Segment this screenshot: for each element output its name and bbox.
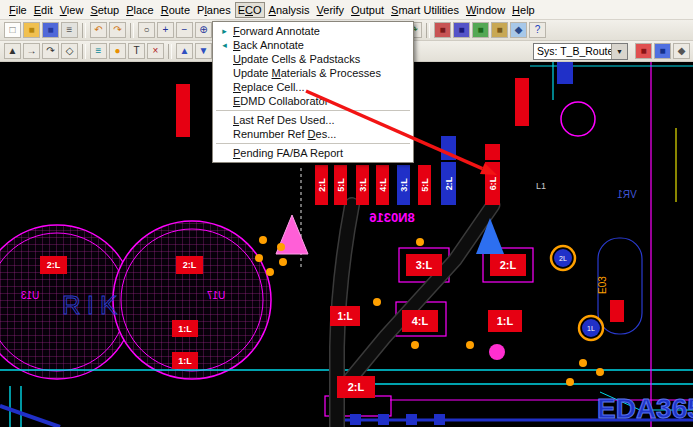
via-dot[interactable] [416, 238, 424, 246]
round-pad[interactable] [561, 102, 595, 136]
setup-params-icon[interactable]: ◆ [673, 43, 690, 59]
menu-item-label: Update Materials & Processes [233, 67, 408, 79]
pad-label: 5:L [420, 178, 430, 192]
toolbar-separator [82, 44, 86, 59]
help-icon[interactable]: ? [529, 22, 546, 38]
via-dot[interactable] [373, 298, 381, 306]
menu-route[interactable]: Route [158, 2, 193, 18]
thick-trace[interactable] [347, 205, 493, 383]
via-dot[interactable] [266, 268, 274, 276]
open-folder-icon[interactable]: ■ [23, 22, 40, 38]
rotate-icon[interactable]: ↷ [42, 43, 59, 59]
via-dot[interactable] [579, 359, 587, 367]
menu-smart-utilities[interactable]: Smart Utilities [388, 2, 462, 18]
pad-bar[interactable] [610, 300, 624, 322]
menu-item-label: Last Ref Des Used... [233, 114, 408, 126]
find-icon[interactable]: ○ [138, 22, 155, 38]
silkscreen-text: RIK [62, 290, 123, 320]
menu-item-label: Forward Annotate [233, 25, 408, 37]
silkscreen-text: E03 [597, 276, 608, 294]
menu-file[interactable]: File [6, 2, 30, 18]
delete-icon[interactable]: × [147, 43, 164, 59]
via-dot[interactable] [411, 341, 419, 349]
menu-verify[interactable]: Verify [314, 2, 348, 18]
via-dot[interactable] [259, 236, 267, 244]
menu-item-pending-fa-ba-report[interactable]: Pending FA/BA Report [214, 146, 412, 160]
via-dot[interactable] [277, 243, 285, 251]
silkscreen-text: 1L [587, 325, 595, 332]
zoom-fit-icon[interactable]: ⊕ [195, 22, 212, 38]
menu-window[interactable]: Window [463, 2, 508, 18]
add-via-icon[interactable]: ● [109, 43, 126, 59]
menu-output[interactable]: Output [348, 2, 387, 18]
pad-label: 1:L [178, 324, 192, 334]
menu-planes[interactable]: Planes [194, 2, 234, 18]
net-highlight-icon[interactable]: ■ [635, 43, 652, 59]
menu-item-last-ref-des-used[interactable]: Last Ref Des Used... [214, 113, 412, 127]
databook-icon[interactable]: ■ [434, 22, 451, 38]
menu-item-label: Renumber Ref Des... [233, 128, 408, 140]
via-dot[interactable] [566, 378, 574, 386]
add-trace-icon[interactable]: ≡ [90, 43, 107, 59]
redo-icon[interactable]: ↷ [109, 22, 126, 38]
menu-edit[interactable]: Edit [31, 2, 56, 18]
pad-bar[interactable] [350, 414, 361, 425]
menu-item-forward-annotate[interactable]: ▸Forward Annotate [214, 24, 412, 38]
print-icon[interactable]: ≡ [61, 22, 78, 38]
layer-scheme-combo[interactable]: Sys: T_B_Route ▼ [533, 43, 628, 60]
zoom-out-icon[interactable]: − [176, 22, 193, 38]
menu-item-update-materials-processes[interactable]: Update Materials & Processes [214, 66, 412, 80]
menu-separator [216, 143, 410, 144]
pad-bar[interactable] [434, 414, 445, 425]
library-manager-icon[interactable]: ■ [453, 22, 470, 38]
menu-place[interactable]: Place [123, 2, 157, 18]
add-text-icon[interactable]: T [128, 43, 145, 59]
via-dot[interactable] [255, 254, 263, 262]
menu-item-renumber-ref-des[interactable]: Renumber Ref Des... [214, 127, 412, 141]
pad-bar[interactable] [378, 414, 389, 425]
pad-bar[interactable] [515, 78, 529, 126]
pad-label: 2:L [47, 260, 61, 270]
via-dot[interactable] [466, 341, 474, 349]
eco-menu: ▸Forward Annotate◂Back AnnotateUpdate Ce… [212, 21, 414, 163]
menu-item-back-annotate[interactable]: ◂Back Annotate [214, 38, 412, 52]
menu-item-label: Pending FA/BA Report [233, 147, 408, 159]
toolbar-row2-after: ■■◆ [634, 43, 691, 59]
mirror-icon[interactable]: ◇ [61, 43, 78, 59]
via-dot[interactable] [596, 368, 604, 376]
menu-eco[interactable]: ECO [235, 2, 265, 18]
save-icon[interactable]: ■ [42, 22, 59, 38]
cursor-select-icon[interactable]: ▲ [4, 43, 21, 59]
pad-bar[interactable] [406, 414, 417, 425]
menu-analysis[interactable]: Analysis [266, 2, 313, 18]
layer-up-icon[interactable]: ▲ [176, 43, 193, 59]
round-pad[interactable] [489, 344, 505, 360]
undo-icon[interactable]: ↶ [90, 22, 107, 38]
combo-dropdown-button[interactable]: ▼ [611, 44, 627, 59]
move-icon[interactable]: → [23, 43, 40, 59]
via-dot[interactable] [279, 258, 287, 266]
pad-label: 2:L [183, 260, 197, 270]
new-file-icon[interactable]: □ [4, 22, 21, 38]
menu-item-replace-cell[interactable]: Replace Cell... [214, 80, 412, 94]
report-icon[interactable]: ■ [472, 22, 489, 38]
pad-bar[interactable] [441, 136, 456, 160]
menu-bar: FileEditViewSetupPlaceRoutePlanesECOAnal… [0, 0, 693, 20]
menu-help[interactable]: Help [509, 2, 538, 18]
menu-item-edmd-collaborator[interactable]: EDMD Collaborator [214, 94, 412, 108]
zoom-in-icon[interactable]: + [157, 22, 174, 38]
pad-label: 2:L [317, 178, 327, 192]
pad-bar[interactable] [485, 144, 500, 160]
menu-view[interactable]: View [57, 2, 87, 18]
menu-item-update-cells-padstacks[interactable]: Update Cells & Padstacks [214, 52, 412, 66]
pad-label: 1:L [338, 311, 353, 322]
layer-down-icon[interactable]: ▼ [195, 43, 212, 59]
pad-bar[interactable] [557, 62, 573, 84]
clear-highlight-icon[interactable]: ■ [654, 43, 671, 59]
menu-setup[interactable]: Setup [87, 2, 122, 18]
cell-editor-icon[interactable]: ◆ [510, 22, 527, 38]
layer-scheme-value: Sys: T_B_Route [534, 44, 611, 59]
cam-output-icon[interactable]: ■ [491, 22, 508, 38]
pad-bar[interactable] [176, 84, 190, 137]
silkscreen-text: L1 [536, 181, 546, 191]
